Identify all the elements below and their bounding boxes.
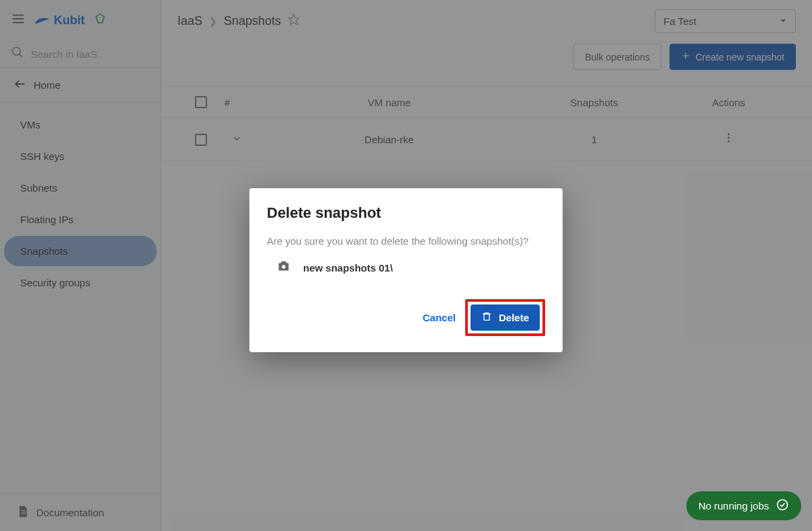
trash-icon [481, 311, 492, 324]
dialog-title: Delete snapshot [267, 204, 545, 222]
snapshot-name: new snapshots 01\ [303, 262, 393, 274]
dialog-message: Are you sure you want to delete the foll… [267, 235, 545, 247]
delete-button-highlight: Delete [465, 299, 545, 336]
camera-icon [276, 259, 291, 276]
svg-point-17 [778, 500, 788, 510]
cancel-button[interactable]: Cancel [423, 312, 456, 323]
modal-overlay: Delete snapshot Are you sure you want to… [0, 0, 812, 531]
dialog-actions: Cancel Delete [267, 299, 545, 336]
snapshot-entry: new snapshots 01\ [267, 259, 545, 276]
jobs-label: No running jobs [698, 500, 769, 512]
check-circle-icon [776, 498, 789, 514]
svg-point-15 [282, 265, 286, 269]
delete-snapshot-dialog: Delete snapshot Are you sure you want to… [249, 188, 563, 352]
jobs-status-pill[interactable]: No running jobs [686, 491, 801, 520]
svg-rect-16 [484, 314, 489, 320]
delete-button[interactable]: Delete [471, 304, 540, 331]
delete-button-label: Delete [499, 312, 529, 323]
